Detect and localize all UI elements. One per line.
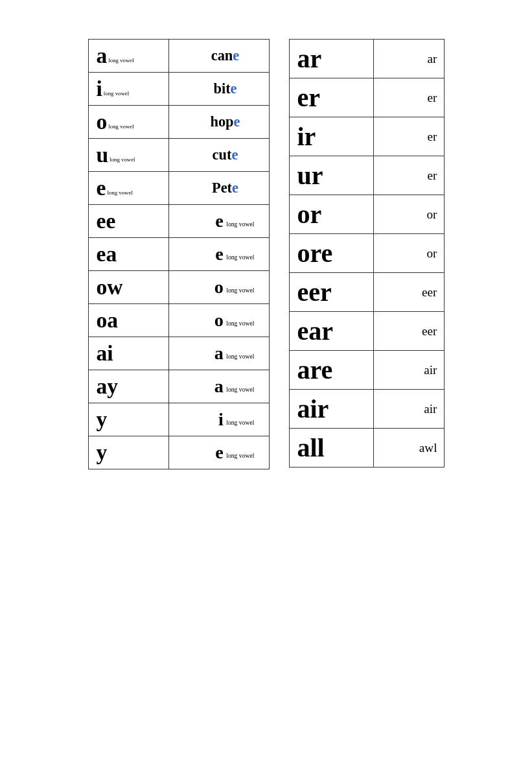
phoneme-cell-right: ur (289, 156, 373, 195)
sound-cell-right: ar (373, 40, 444, 78)
phoneme-cell: ai (88, 337, 168, 370)
example-word: bite (200, 80, 237, 97)
sound-cell-right: or (373, 195, 444, 234)
table-row: owo long vowel (88, 271, 269, 304)
example-cell: o long vowel (168, 304, 269, 337)
phoneme-sublabel: long vowel (108, 57, 133, 64)
table-row: ilong vowelbite (88, 73, 269, 106)
phoneme-symbol-right: ur (297, 161, 323, 190)
sound-cell-right: air (373, 351, 444, 390)
table-row: ulong vowelcute (88, 139, 269, 172)
phoneme-symbol-right: all (297, 433, 325, 462)
sound-sublabel: long vowel (225, 386, 255, 393)
table-row: olong vowelhope (88, 106, 269, 139)
sound-sublabel: long vowel (225, 320, 255, 327)
phoneme-cell-right: ore (289, 234, 373, 273)
blue-letter: e (231, 80, 237, 97)
phoneme-symbol-right: air (297, 394, 329, 423)
phoneme-symbol: y (97, 440, 108, 464)
phoneme-cell: y (88, 403, 168, 436)
phoneme-symbol: i (97, 77, 102, 101)
phoneme-symbol: o (97, 110, 108, 134)
example-cell: e long vowel (168, 238, 269, 271)
table-row: along vowelcane (88, 40, 269, 73)
sound-cell: i long vowel (177, 409, 261, 430)
sound-value-right: eer (422, 324, 437, 338)
phoneme-cell: ilong vowel (88, 73, 168, 106)
phoneme-sublabel: long vowel (107, 189, 132, 196)
sound-symbol: o (214, 310, 224, 330)
phoneme-sublabel: long vowel (110, 156, 135, 163)
sound-sublabel: long vowel (225, 452, 255, 459)
sound-value-right: awl (419, 441, 437, 455)
phoneme-symbol: u (97, 143, 109, 167)
phoneme-sublabel: long vowel (104, 90, 129, 97)
table-row: arar (289, 40, 444, 78)
phoneme-symbol: ow (97, 275, 123, 299)
sound-cell-right: er (373, 78, 444, 117)
sound-cell-right: er (373, 117, 444, 156)
sound-symbol: e (215, 442, 224, 462)
sound-value-right: or (427, 246, 437, 260)
phoneme-sublabel: long vowel (108, 123, 133, 130)
sound-sublabel: long vowel (225, 220, 255, 228)
phoneme-symbol-right: or (297, 200, 322, 229)
left-table-wrap: along vowelcaneilong vowelbiteolong vowe… (88, 39, 270, 469)
phoneme-cell-right: are (289, 351, 373, 390)
table-row: oao long vowel (88, 304, 269, 337)
table-row: airair (289, 390, 444, 429)
example-cell: o long vowel (168, 271, 269, 304)
sound-cell-right: or (373, 234, 444, 273)
phoneme-cell: ay (88, 370, 168, 403)
example-cell: bite (168, 73, 269, 106)
phoneme-symbol-right: er (297, 83, 321, 112)
sound-cell: a long vowel (177, 343, 261, 364)
phoneme-cell-right: ear (289, 312, 373, 351)
phoneme-symbol: e (97, 176, 106, 200)
table-row: aia long vowel (88, 337, 269, 370)
sound-sublabel: long vowel (225, 254, 255, 261)
phoneme-cell: ow (88, 271, 168, 304)
sound-cell: o long vowel (177, 277, 261, 298)
sound-sublabel: long vowel (225, 419, 255, 426)
sound-symbol: a (214, 343, 224, 363)
left-vowel-table: along vowelcaneilong vowelbiteolong vowe… (88, 39, 270, 469)
sound-value-right: er (428, 169, 437, 182)
phoneme-cell: elong vowel (88, 172, 168, 205)
sound-symbol: e (215, 244, 224, 264)
blue-letter: e (231, 147, 238, 163)
example-cell: hope (168, 106, 269, 139)
phoneme-cell: olong vowel (88, 106, 168, 139)
table-row: oror (289, 195, 444, 234)
sound-cell: e long vowel (177, 442, 261, 463)
phoneme-cell: y (88, 436, 168, 469)
sound-cell-right: air (373, 390, 444, 429)
phoneme-symbol-right: eer (297, 278, 332, 307)
sound-value-right: er (428, 91, 437, 104)
phoneme-cell-right: air (289, 390, 373, 429)
table-row: ye long vowel (88, 436, 269, 469)
phoneme-symbol: ay (97, 374, 119, 398)
phoneme-cell-right: er (289, 78, 373, 117)
phoneme-cell: ee (88, 205, 168, 238)
main-content: along vowelcaneilong vowelbiteolong vowe… (88, 39, 445, 469)
example-word: cane (198, 47, 240, 64)
phoneme-symbol: oa (97, 308, 119, 332)
phoneme-cell-right: ar (289, 40, 373, 78)
blue-letter: e (233, 47, 239, 64)
sound-cell-right: eer (373, 273, 444, 312)
phoneme-symbol: ee (97, 209, 116, 233)
example-cell: e long vowel (168, 436, 269, 469)
right-vowel-table: ararererirerurerorororeoreereereareerare… (289, 39, 445, 468)
table-row: aya long vowel (88, 370, 269, 403)
sound-cell: e long vowel (177, 244, 261, 265)
sound-value-right: er (428, 130, 437, 143)
phoneme-cell: ea (88, 238, 168, 271)
phoneme-symbol: ea (97, 242, 117, 266)
example-cell: i long vowel (168, 403, 269, 436)
sound-value-right: air (424, 402, 437, 416)
table-row: eareer (289, 312, 444, 351)
table-row: oreor (289, 234, 444, 273)
table-row: eae long vowel (88, 238, 269, 271)
table-row: erer (289, 78, 444, 117)
